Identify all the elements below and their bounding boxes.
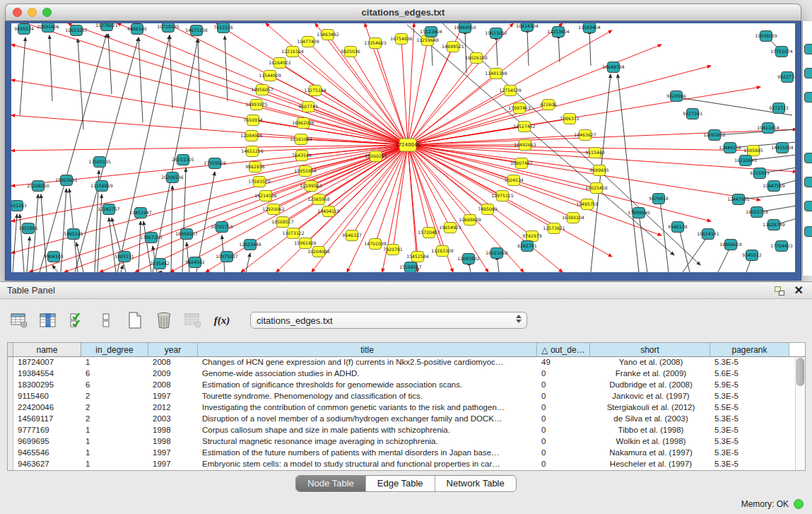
network-edge <box>660 200 669 272</box>
tab-node-table[interactable]: Node Table <box>296 476 366 491</box>
function-builder-icon[interactable]: f(x) <box>213 311 231 329</box>
tab-network-table[interactable]: Network Table <box>435 476 516 491</box>
column-header-indegree[interactable]: in_degree <box>81 343 148 356</box>
table-cell: 0 <box>537 425 590 436</box>
network-node-label: 18508517 <box>271 219 294 224</box>
status-bar: Memory: OK <box>0 494 812 514</box>
table-scrollbar[interactable] <box>795 357 805 470</box>
network-edge <box>11 145 408 151</box>
network-edge <box>351 52 408 145</box>
table-cell: 18300295 <box>13 380 81 391</box>
table-cell: 2009 <box>148 368 198 380</box>
network-node-label: 9227343 <box>683 111 702 116</box>
network-node-label: 9679918 <box>649 196 669 201</box>
network-node-label: 17957253 <box>140 235 163 240</box>
memory-status-indicator[interactable] <box>794 499 804 509</box>
network-node-label: 7643549 <box>292 153 312 158</box>
table-row[interactable]: 946362711997Embryonic stem cells: a mode… <box>8 459 795 470</box>
close-panel-icon[interactable]: ✕ <box>794 285 804 296</box>
column-header-outde[interactable]: △ out_de… <box>537 343 590 356</box>
table-row[interactable]: 969969511998Structural magnetic resonanc… <box>8 436 795 448</box>
table-row[interactable]: 2242004622012Investigating the contribut… <box>8 402 795 414</box>
table-cell: 5.9E-5 <box>710 380 789 391</box>
table-cell: 0 <box>537 402 590 414</box>
network-node <box>804 68 812 78</box>
background-window-sliver <box>802 21 812 276</box>
tab-edge-table[interactable]: Edge Table <box>366 476 435 491</box>
network-node-label: 9245012 <box>742 252 762 257</box>
table-cell: 14569117 <box>13 414 81 425</box>
table-cell: 0 <box>537 448 590 459</box>
network-edge <box>20 214 24 272</box>
network-node-label: 15184557 <box>399 264 422 269</box>
table-source-dropdown[interactable]: citations_edges.txt <box>250 312 527 329</box>
table-tabs-bar: Node TableEdge TableNetwork Table <box>0 473 812 494</box>
table-row[interactable]: 946554611997Estimation of the future num… <box>8 448 795 459</box>
table-row[interactable]: 1872400712008Changes of HCN gene express… <box>8 357 795 368</box>
network-node-label: 12444156 <box>719 145 741 150</box>
network-edge <box>171 186 172 272</box>
network-node-label: 19613092 <box>485 30 507 35</box>
network-node-label: 18492663 <box>514 142 536 147</box>
network-node-label: 14651216 <box>241 148 264 153</box>
table-row[interactable]: 1938455462009Genome-wide association stu… <box>8 368 795 380</box>
clear-selection-icon[interactable] <box>97 311 115 329</box>
network-node-label: 10688609 <box>459 217 481 222</box>
network-node-label: 17240046 <box>395 142 420 148</box>
table-row[interactable]: 1830029562008Estimation of significance … <box>8 380 795 391</box>
table-cell: 5.3E-5 <box>710 357 789 368</box>
network-node-label: 17359928 <box>204 160 226 165</box>
table-cell: Investigating the contribution of common… <box>198 402 537 414</box>
network-window-frame: 1546349210477439122161041616492211544909… <box>5 21 801 281</box>
network-edge <box>308 107 408 145</box>
network-edge <box>75 37 139 272</box>
row-header-stub <box>8 391 13 402</box>
column-header-name[interactable]: name <box>13 343 81 356</box>
minimize-window-icon[interactable] <box>28 8 37 17</box>
window-title: citations_edges.txt <box>6 7 801 18</box>
column-header-short[interactable]: short <box>590 343 710 356</box>
delete-column-icon[interactable] <box>155 311 173 329</box>
network-node-label: 9101263 <box>11 203 27 208</box>
network-node-label: 16904019 <box>719 242 742 247</box>
row-header-stub <box>8 459 13 470</box>
network-node-label: 15955954 <box>294 168 317 173</box>
network-node-label: 15961926 <box>294 240 317 245</box>
window-titlebar[interactable]: citations_edges.txt <box>5 4 801 21</box>
close-window-icon[interactable] <box>13 8 22 17</box>
network-node-label: 11543404 <box>578 25 601 30</box>
delete-table-icon[interactable] <box>184 311 202 329</box>
table-cell: 22420046 <box>13 402 81 414</box>
table-row[interactable]: 1456911722003Disruption of a novel membe… <box>8 414 795 425</box>
row-header-stub <box>8 343 13 356</box>
float-panel-icon[interactable] <box>775 286 784 296</box>
network-node-label: 16210643 <box>734 158 757 163</box>
table-cell: 0 <box>537 380 590 391</box>
table-row[interactable]: 977716911998Corpus callosum shape and si… <box>8 425 795 436</box>
new-column-icon[interactable] <box>126 311 144 329</box>
table-options-icon[interactable] <box>10 311 28 329</box>
table-tabs: Node TableEdge TableNetwork Table <box>295 475 517 492</box>
network-node-label: 16958107 <box>175 231 198 236</box>
network-node-label: 9924502 <box>185 259 205 264</box>
table-panel-header[interactable]: Table Panel ✕ <box>0 282 812 299</box>
network-node-label: 15276021 <box>95 23 118 28</box>
column-header-pagerank[interactable]: pagerank <box>710 343 789 356</box>
select-all-icon[interactable] <box>68 311 86 329</box>
network-canvas[interactable]: 1546349210477439122161041616492211544909… <box>11 23 795 272</box>
column-header-title[interactable]: title <box>198 343 537 356</box>
column-selector-icon[interactable] <box>39 311 57 329</box>
network-node-label: 18204098 <box>307 249 330 254</box>
zoom-window-icon[interactable] <box>42 8 52 17</box>
network-node <box>804 226 812 237</box>
table-row[interactable]: 911546021997Tourette syndrome. Phenomeno… <box>8 391 795 402</box>
table-cell: Tourette syndrome. Phenomenology and cla… <box>198 391 537 402</box>
network-edge <box>253 120 408 145</box>
column-header-year[interactable]: year <box>148 343 198 356</box>
table-scrollbar-thumb[interactable] <box>796 358 804 386</box>
table-cell: 5.3E-5 <box>710 391 789 402</box>
network-node <box>804 44 812 54</box>
network-edge <box>558 35 560 62</box>
network-node-label: 17999940 <box>628 210 650 215</box>
network-edge <box>408 145 554 228</box>
